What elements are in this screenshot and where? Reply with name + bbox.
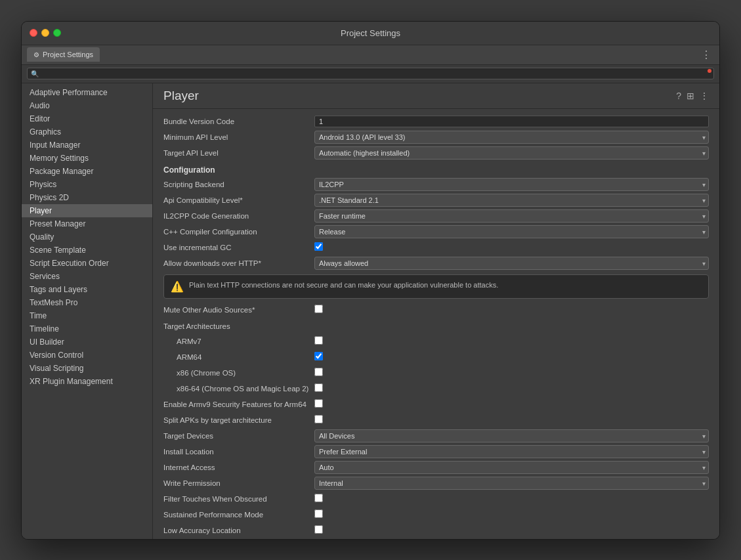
sidebar-item-tags-and-layers[interactable]: Tags and Layers <box>22 283 152 296</box>
sidebar-item-editor[interactable]: Editor <box>22 112 152 125</box>
target-devices-select-wrapper: All Devices <box>314 429 709 442</box>
armv7-value <box>314 336 709 347</box>
warning-icon: ⚠️ <box>171 280 184 293</box>
cpp-compiler-select[interactable]: Release <box>314 225 709 238</box>
search-input[interactable] <box>27 68 714 79</box>
write-permission-select-wrapper: Internal <box>314 477 709 490</box>
target-api-select[interactable]: Automatic (highest installed) <box>314 146 709 160</box>
main-panel: Player ? ⊞ ⋮ Bundle Version Code Mi <box>153 83 719 539</box>
x86-chrome-value <box>314 368 709 378</box>
scroll-area: Bundle Version Code Minimum API Level An… <box>153 109 719 539</box>
armv7-checkbox[interactable] <box>314 336 323 345</box>
enable-armv9-row: Enable Armv9 Security Features for Arm64 <box>163 397 709 412</box>
sidebar-item-physics[interactable]: Physics <box>22 178 152 191</box>
use-incremental-gc-label: Use incremental GC <box>163 244 314 251</box>
sidebar-item-player[interactable]: Player <box>22 204 152 217</box>
write-permission-row: Write Permission Internal <box>163 476 709 490</box>
close-button[interactable] <box>30 29 37 37</box>
target-api-row: Target API Level Automatic (highest inst… <box>163 146 709 160</box>
sidebar-item-timeline[interactable]: Timeline <box>22 322 152 335</box>
warning-text: Plain text HTTP connections are not secu… <box>189 280 498 290</box>
minimize-button[interactable] <box>41 29 49 37</box>
internet-access-select[interactable]: Auto <box>314 461 709 474</box>
maximize-button[interactable] <box>53 29 61 37</box>
install-location-label: Install Location <box>163 448 314 456</box>
sidebar-item-audio[interactable]: Audio <box>22 99 152 112</box>
use-incremental-gc-checkbox[interactable] <box>314 242 323 251</box>
sidebar-item-package-manager[interactable]: Package Manager <box>22 165 152 178</box>
api-compat-label: Api Compatibility Level* <box>163 196 314 204</box>
sidebar-item-visual-scripting[interactable]: Visual Scripting <box>22 362 152 375</box>
api-compat-select[interactable]: .NET Standard 2.1 <box>314 194 709 207</box>
x86-chrome-checkbox[interactable] <box>314 368 323 376</box>
sidebar-item-script-execution-order[interactable]: Script Execution Order <box>22 257 152 270</box>
bundle-version-code-row: Bundle Version Code <box>163 114 709 129</box>
use-incremental-gc-row: Use incremental GC <box>163 240 709 255</box>
low-accuracy-label: Low Accuracy Location <box>163 527 314 534</box>
sidebar-item-version-control[interactable]: Version Control <box>22 349 152 362</box>
sidebar-item-quality[interactable]: Quality <box>22 230 152 244</box>
tab-label: Project Settings <box>43 51 93 58</box>
x86-chrome-row: x86 (Chrome OS) <box>163 366 709 380</box>
sidebar-item-services[interactable]: Services <box>22 270 152 283</box>
sidebar-item-adaptive-performance[interactable]: Adaptive Performance <box>22 86 152 99</box>
gear-icon: ⚙ <box>33 51 39 58</box>
arm64-label: ARM64 <box>163 353 314 361</box>
enable-armv9-checkbox[interactable] <box>314 399 323 408</box>
sidebar-item-time[interactable]: Time <box>22 309 152 322</box>
bundle-version-code-label: Bundle Version Code <box>163 118 314 125</box>
cpp-compiler-label: C++ Compiler Configuration <box>163 228 314 236</box>
internet-access-select-wrapper: Auto <box>314 461 709 474</box>
sidebar-item-input-manager[interactable]: Input Manager <box>22 139 152 152</box>
sidebar-item-ui-builder[interactable]: UI Builder <box>22 335 152 349</box>
filter-touches-checkbox[interactable] <box>314 494 323 502</box>
armv7-label: ARMv7 <box>163 337 314 345</box>
sustained-perf-row: Sustained Performance Mode <box>163 507 709 522</box>
x86-64-checkbox[interactable] <box>314 383 323 392</box>
sustained-perf-value <box>314 509 709 520</box>
sidebar-item-textmesh-pro[interactable]: TextMesh Pro <box>22 296 152 309</box>
toolbar-menu-icon[interactable]: ⋮ <box>698 49 714 61</box>
low-accuracy-checkbox[interactable] <box>314 525 323 534</box>
write-permission-select[interactable]: Internal <box>314 477 709 490</box>
search-bar: 🔍 <box>22 65 719 83</box>
layout-icon[interactable]: ⊞ <box>687 91 694 101</box>
arm64-checkbox[interactable] <box>314 352 323 360</box>
content-area: Adaptive Performance Audio Editor Graphi… <box>22 83 719 539</box>
help-icon[interactable]: ? <box>676 91 681 101</box>
filter-touches-value <box>314 494 709 504</box>
more-icon[interactable]: ⋮ <box>700 91 709 101</box>
bundle-version-code-input[interactable] <box>314 116 709 127</box>
armv7-row: ARMv7 <box>163 334 709 349</box>
minimum-api-select[interactable]: Android 13.0 (API level 33) <box>314 131 709 144</box>
target-devices-row: Target Devices All Devices <box>163 429 709 443</box>
split-apks-checkbox[interactable] <box>314 415 323 423</box>
sidebar-item-scene-template[interactable]: Scene Template <box>22 244 152 257</box>
scripting-backend-select[interactable]: IL2CPP <box>314 178 709 191</box>
api-compat-row: Api Compatibility Level* .NET Standard 2… <box>163 193 709 207</box>
scripting-backend-select-wrapper: IL2CPP <box>314 178 709 191</box>
mute-audio-row: Mute Other Audio Sources* <box>163 303 709 317</box>
internet-access-row: Internet Access Auto <box>163 460 709 475</box>
sustained-perf-checkbox[interactable] <box>314 509 323 518</box>
il2cpp-codegen-select[interactable]: Faster runtime <box>314 209 709 223</box>
configuration-section-header: Configuration <box>163 162 709 177</box>
target-devices-select[interactable]: All Devices <box>314 429 709 442</box>
sidebar-item-preset-manager[interactable]: Preset Manager <box>22 217 152 230</box>
sidebar-item-xr-plugin-management[interactable]: XR Plugin Management <box>22 375 152 388</box>
search-icon: 🔍 <box>31 70 39 77</box>
sidebar-item-physics-2d[interactable]: Physics 2D <box>22 191 152 204</box>
x86-64-label: x86-64 (Chrome OS and Magic Leap 2) <box>163 385 314 393</box>
enable-armv9-value <box>314 399 709 410</box>
main-window: Project Settings ⚙ Project Settings ⋮ 🔍 … <box>21 21 720 540</box>
bundle-version-code-value <box>314 116 709 127</box>
minimum-api-label: Minimum API Level <box>163 133 314 141</box>
header-icons: ? ⊞ ⋮ <box>676 91 709 101</box>
install-location-select[interactable]: Prefer External <box>314 445 709 458</box>
project-settings-tab[interactable]: ⚙ Project Settings <box>27 47 100 62</box>
allow-downloads-select[interactable]: Always allowed <box>314 257 709 270</box>
sidebar-item-graphics[interactable]: Graphics <box>22 125 152 139</box>
mute-audio-checkbox[interactable] <box>314 305 323 313</box>
sidebar-item-memory-settings[interactable]: Memory Settings <box>22 152 152 165</box>
il2cpp-codegen-row: IL2CPP Code Generation Faster runtime <box>163 209 709 223</box>
